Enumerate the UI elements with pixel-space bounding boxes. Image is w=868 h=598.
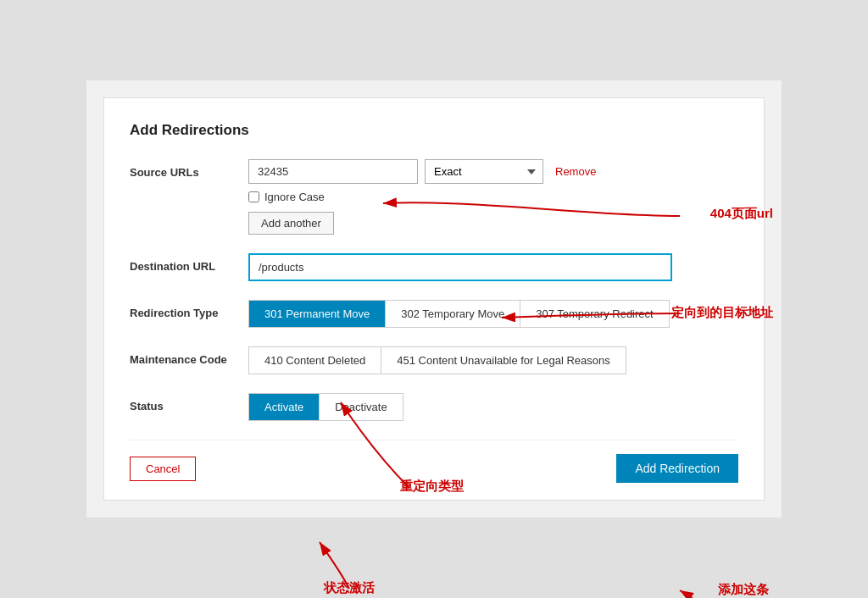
status-label: Status	[130, 393, 248, 413]
rtype-307-button[interactable]: 307 Temporary Redirect	[520, 301, 669, 327]
redirection-type-buttons: 301 Permanent Move 302 Temporary Move 30…	[248, 300, 670, 328]
add-redirection-button[interactable]: Add Redirection	[616, 454, 738, 483]
ignore-case-checkbox[interactable]	[248, 191, 259, 202]
annotation-destination-label: 定向到的目标地址	[671, 305, 773, 321]
cancel-button[interactable]: Cancel	[130, 457, 196, 481]
match-type-select[interactable]: Exact Regex Ignore Case	[425, 159, 543, 184]
card-title: Add Redirections	[130, 122, 738, 139]
destination-url-content	[248, 253, 738, 281]
redirection-type-content: 301 Permanent Move 302 Temporary Move 30…	[248, 300, 738, 328]
maintenance-code-row: Maintenance Code 410 Content Deleted 451…	[130, 346, 738, 374]
destination-url-label: Destination URL	[130, 253, 248, 273]
destination-url-input[interactable]	[248, 253, 672, 281]
annotation-add-label: 添加这条重定向	[718, 580, 769, 598]
deactivate-button[interactable]: Deactivate	[320, 394, 402, 420]
status-content: Activate Deactivate	[248, 393, 738, 421]
ignore-case-row: Ignore Case	[248, 191, 738, 203]
arrow-add	[86, 563, 782, 598]
activate-button[interactable]: Activate	[249, 394, 320, 420]
status-row: Status Activate Deactivate	[130, 393, 738, 421]
form-footer: Cancel Add Redirection	[130, 440, 738, 483]
add-another-button[interactable]: Add another	[248, 212, 334, 235]
annotation-404-label: 404页面url	[710, 206, 773, 222]
annotation-redirect-type-label: 重定向类型	[400, 479, 464, 495]
add-redirections-card: Add Redirections Source URLs Exact Regex…	[103, 97, 765, 501]
mcode-410-button[interactable]: 410 Content Deleted	[249, 347, 381, 374]
remove-link[interactable]: Remove	[555, 165, 596, 178]
source-urls-content: Exact Regex Ignore Case Remove Ignore Ca…	[248, 159, 738, 235]
status-buttons: Activate Deactivate	[248, 393, 403, 421]
maintenance-code-buttons: 410 Content Deleted 451 Content Unavaila…	[248, 346, 626, 374]
rtype-301-button[interactable]: 301 Permanent Move	[249, 301, 386, 327]
annotation-activate-label: 状态激活	[324, 580, 375, 596]
outer-container: Add Redirections Source URLs Exact Regex…	[86, 80, 782, 518]
source-urls-row: Source URLs Exact Regex Ignore Case Remo…	[130, 159, 738, 235]
source-urls-label: Source URLs	[130, 159, 248, 179]
ignore-case-label: Ignore Case	[264, 191, 325, 203]
maintenance-code-content: 410 Content Deleted 451 Content Unavaila…	[248, 346, 738, 374]
maintenance-code-label: Maintenance Code	[130, 346, 248, 366]
source-url-input-row: Exact Regex Ignore Case Remove	[248, 159, 738, 184]
redirection-type-label: Redirection Type	[130, 300, 248, 319]
source-url-input[interactable]	[248, 159, 418, 184]
destination-url-row: Destination URL	[130, 253, 738, 281]
mcode-451-button[interactable]: 451 Content Unavailable for Legal Reason…	[381, 347, 626, 374]
rtype-302-button[interactable]: 302 Temporary Move	[386, 301, 520, 327]
redirection-type-row: Redirection Type 301 Permanent Move 302 …	[130, 300, 738, 328]
